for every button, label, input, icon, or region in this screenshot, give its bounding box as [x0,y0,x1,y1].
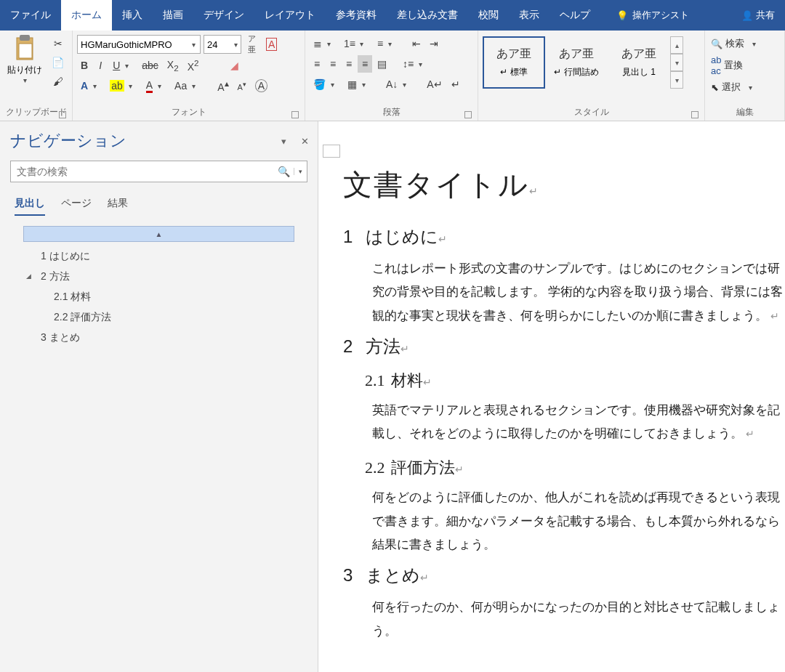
tell-me-assist[interactable]: 💡 操作アシスト [608,9,698,22]
search-icon: 🔍 [711,39,722,49]
italic-button[interactable]: I [93,57,108,74]
change-case-button[interactable]: Aa▾ [171,77,204,94]
tab-insert[interactable]: 挿入 [112,0,153,31]
shading-button[interactable]: 🪣▾ [310,76,342,93]
clear-format-button[interactable]: ◢ [227,57,242,74]
tab-mailmerge[interactable]: 差し込み文書 [387,0,468,31]
paragraph[interactable]: 英語でマテリアルと表現されるセクションです。使用機器や研究対象を記載し、それをど… [372,399,785,446]
style-scroll-down[interactable]: ▾ [670,54,683,71]
indent-button[interactable]: ⇥ [426,35,442,52]
font-size-combo[interactable]: ▾ [204,35,241,54]
style-sample: あア亜 [559,46,594,62]
doc-title[interactable]: 文書タイトル↵ [343,165,785,205]
replace-button[interactable]: abac置換 [709,54,744,77]
search-dropdown[interactable]: ▾ [294,168,307,175]
tab-draw[interactable]: 描画 [153,0,193,31]
outline-item[interactable]: 3 まとめ [10,328,307,348]
search-icon[interactable]: 🔍 [273,166,294,177]
svg-rect-2 [19,44,32,58]
outline-item[interactable]: 2.1 材料 [10,287,307,307]
tab-view[interactable]: 表示 [509,0,550,31]
nav-menu-icon[interactable]: ▾ [281,136,286,147]
phonetic-guide-button[interactable]: ア亜 [244,36,259,53]
nav-search-input[interactable] [11,166,273,177]
align-left-button[interactable]: ≡ [310,55,324,73]
outline-item[interactable]: 2.2 評価方法 [10,307,307,328]
outline-item[interactable]: 1 はじめに [10,246,307,267]
paragraph[interactable]: 何をどのように評価したのか、他人がこれを読めば再現できるという表現で書きます。細… [372,486,785,556]
paragraph[interactable]: 何を行ったのか、何が明らかになったのか目的と対比させて記載しましょう。 [372,596,785,643]
nav-tab-headings[interactable]: 見出し [15,197,45,216]
tab-home[interactable]: ホーム [61,0,112,31]
font-name-input[interactable] [78,36,188,53]
outdent-button[interactable]: ⇤ [408,35,424,52]
heading-text: 材料 [391,371,423,389]
heading-2-2[interactable]: 2.2 評価方法↵ [365,457,785,479]
heading-2-1[interactable]: 2.1 材料↵ [365,370,785,392]
heading-1[interactable]: 1 はじめに↵ [343,225,785,248]
document-area[interactable]: 文書タイトル↵ 1 はじめに↵ これはレポート形式の文書のサンプルです。はじめに… [318,121,785,672]
tab-layout[interactable]: レイアウト [254,0,326,31]
tab-design[interactable]: デザイン [193,0,254,31]
paragraph-marks-button[interactable]: ↵ [448,76,464,93]
format-painter-button[interactable]: 🖌 [48,73,68,90]
heading-3[interactable]: 3 まとめ↵ [343,564,785,587]
align-right-button[interactable]: ≡ [342,55,356,73]
nav-jump-bar[interactable]: ▲ [23,226,294,242]
nav-tab-pages[interactable]: ページ [61,197,92,216]
tab-review[interactable]: 校閲 [468,0,509,31]
borders-button[interactable]: ▦▾ [344,76,374,93]
grow-font-button[interactable]: A▴ [214,77,232,94]
style-normal[interactable]: あア亜 ↵ 標準 [483,36,545,89]
tab-help[interactable]: ヘルプ [550,0,600,31]
char-border-button[interactable]: A [262,36,281,53]
highlight-button[interactable]: ab▾ [106,77,141,94]
dialog-launcher-icon[interactable] [691,111,699,118]
font-color-button[interactable]: A▾ [142,77,169,94]
numbering-button[interactable]: 1≡▾ [340,35,372,52]
dialog-launcher-icon[interactable] [291,111,299,118]
strike-button[interactable]: abc [138,57,162,74]
chevron-down-icon[interactable]: ▾ [188,41,200,49]
subscript-button[interactable]: X2 [164,57,182,74]
tab-file[interactable]: ファイル [0,0,61,31]
paragraph[interactable]: これはレポート形式の文書のサンプルです。はじめにのセクションでは研究の背景や目的… [372,257,785,328]
justify-button[interactable]: ≡ [358,55,372,73]
multilevel-button[interactable]: ≡▾ [374,35,400,52]
text-effects-button[interactable]: A▾ [77,77,105,94]
paste-button[interactable]: 貼り付け ▾ [4,32,45,87]
cut-button[interactable]: ✂ [48,35,68,52]
tab-references[interactable]: 参考資料 [326,0,387,31]
dialog-launcher-icon[interactable] [464,111,472,118]
underline-button[interactable]: U▾ [109,57,137,74]
show-marks-button[interactable]: A↵ [423,76,446,93]
nav-search-box[interactable]: 🔍 ▾ [10,161,307,182]
style-scroll-up[interactable]: ▴ [670,36,683,54]
shrink-font-button[interactable]: A▾ [234,77,250,94]
nav-tab-results[interactable]: 結果 [108,197,128,216]
share-button[interactable]: 👤 共有 [731,9,785,22]
copy-button[interactable]: 📄 [48,54,68,71]
font-name-combo[interactable]: ▾ [77,35,201,54]
style-no-spacing[interactable]: あア亜 ↵ 行間詰め [545,36,608,89]
enclose-char-button[interactable]: A [251,77,271,94]
heading-2[interactable]: 2 方法↵ [343,335,785,358]
page-content[interactable]: 文書タイトル↵ 1 はじめに↵ これはレポート形式の文書のサンプルです。はじめに… [318,121,785,643]
superscript-button[interactable]: X2 [184,57,203,74]
font-size-input[interactable] [204,36,231,53]
style-heading-1[interactable]: あア亜 見出し 1 [608,36,670,89]
style-scroll-more[interactable]: ▾ [670,71,683,89]
dialog-launcher-icon[interactable] [59,111,66,118]
chevron-down-icon[interactable]: ▾ [231,41,241,49]
bold-button[interactable]: B [77,57,92,74]
sort-button[interactable]: A↓▾ [382,76,414,93]
outline-item[interactable]: 2 方法 [10,267,307,287]
bullets-button[interactable]: ≣▾ [310,35,339,52]
select-button[interactable]: ⬉選択▾ [709,80,758,94]
distributed-button[interactable]: ▤ [374,55,390,73]
line-spacing-button[interactable]: ↕≡▾ [399,55,430,73]
heading-num: 2.1 [365,371,385,390]
align-center-button[interactable]: ≡ [326,55,340,73]
find-button[interactable]: 🔍検索▾ [709,36,762,51]
close-icon[interactable]: ✕ [301,136,309,147]
